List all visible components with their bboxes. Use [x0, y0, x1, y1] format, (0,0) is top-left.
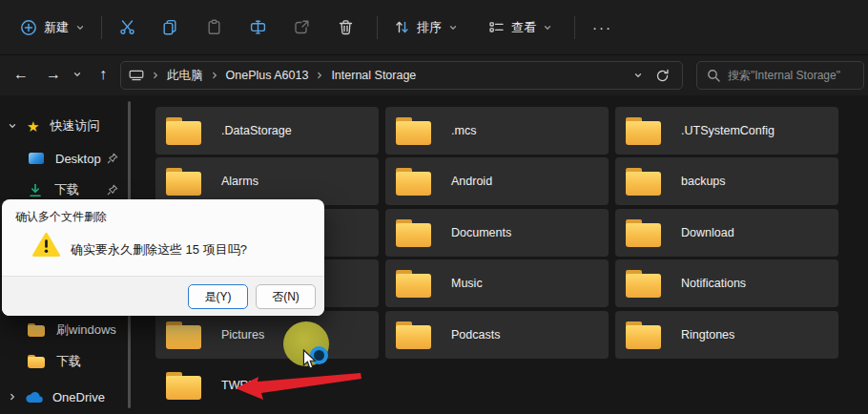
sort-button-label: 排序: [417, 19, 442, 36]
folder-icon: [396, 321, 431, 349]
folder-icon: [166, 168, 201, 196]
folder-icon: [166, 372, 201, 400]
breadcrumb-device[interactable]: OnePlus A6013: [226, 69, 309, 82]
chevron-down-icon: [448, 23, 458, 32]
sidebar-item-label: Desktop: [55, 152, 101, 166]
folder-icon: [626, 219, 661, 247]
toolbar-separator: [377, 16, 378, 39]
chevron-right-icon: [315, 71, 324, 80]
address-bar[interactable]: 此电脑 OnePlus A6013 Internal Storage: [120, 61, 683, 90]
folder-tile[interactable]: .UTSystemConfig: [615, 107, 838, 155]
dialog-footer: 是(Y) 否(N): [2, 276, 324, 316]
device-icon: [129, 69, 144, 82]
folder-tile[interactable]: backups: [615, 157, 838, 205]
pin-icon: [107, 153, 118, 164]
breadcrumb-folder[interactable]: Internal Storage: [331, 69, 416, 82]
sidebar-item-label: 快速访问: [50, 117, 99, 135]
search-input[interactable]: [728, 69, 842, 82]
copy-button[interactable]: [153, 10, 188, 45]
chevron-right-icon: [151, 71, 160, 80]
folder-icon: [626, 270, 661, 298]
sidebar-item-label: 刷windows: [56, 321, 116, 339]
dialog-title: 确认多个文件删除: [15, 209, 107, 225]
trash-icon: [338, 19, 354, 35]
folder-icon: [626, 168, 661, 196]
folder-tile[interactable]: Music: [385, 259, 609, 307]
sidebar-item-label: OneDrive: [52, 390, 105, 404]
refresh-button[interactable]: [650, 69, 674, 83]
folder-tile[interactable]: Documents: [385, 209, 609, 257]
sidebar-item-label: 下载: [54, 181, 79, 198]
star-icon: ★: [27, 119, 39, 134]
command-bar: 新建: [0, 0, 868, 55]
chevron-down-icon[interactable]: [8, 121, 17, 131]
sort-button[interactable]: 排序: [385, 10, 466, 45]
folder-icon: [28, 323, 45, 337]
folder-tile[interactable]: Android: [385, 157, 609, 205]
new-button[interactable]: 新建: [11, 10, 93, 45]
folder-tile[interactable]: .DataStorage: [155, 107, 379, 155]
red-annotation-arrow: [224, 367, 367, 405]
forward-button[interactable]: →: [40, 61, 67, 88]
search-box[interactable]: [696, 61, 864, 90]
folder-tile[interactable]: Notifications: [615, 259, 838, 307]
folder-icon: [396, 219, 431, 247]
sidebar-item-quick-access[interactable]: ★ 快速访问: [0, 113, 149, 139]
folder-tile[interactable]: Podcasts: [385, 311, 609, 359]
copy-icon: [162, 19, 178, 35]
sidebar-item-folder1[interactable]: 刷windows: [0, 317, 149, 343]
folder-icon: [166, 321, 201, 349]
delete-button[interactable]: [328, 10, 363, 45]
folder-tile[interactable]: Ringtones: [615, 311, 838, 359]
more-options-button[interactable]: ···: [583, 19, 622, 35]
search-icon: [707, 69, 720, 82]
address-dropdown-chevron[interactable]: [633, 71, 643, 80]
chevron-down-icon: [543, 23, 552, 32]
file-explorer-window: 新建: [0, 0, 868, 414]
download-icon: [28, 183, 43, 197]
toolbar-separator: [101, 16, 102, 39]
onedrive-cloud-icon: [25, 391, 44, 404]
rename-icon: [250, 19, 266, 35]
dialog-message: 确实要永久删除这些 15 项目吗?: [71, 241, 247, 259]
chevron-right-icon[interactable]: [8, 392, 17, 402]
scissors-icon: [119, 19, 135, 35]
sidebar-item-desktop[interactable]: Desktop: [0, 145, 149, 172]
sidebar-item-onedrive[interactable]: OneDrive: [0, 383, 149, 410]
paste-button[interactable]: [196, 10, 232, 45]
no-button[interactable]: 否(N): [256, 284, 316, 309]
folder-icon: [396, 168, 431, 196]
toolbar-separator: [574, 16, 575, 39]
rename-button[interactable]: [240, 10, 276, 45]
folder-tile[interactable]: .mcs: [385, 107, 609, 155]
sidebar-item-folder2[interactable]: 下载: [0, 348, 149, 375]
folder-icon: [626, 321, 661, 349]
desktop-icon: [29, 153, 44, 164]
sort-arrows-icon: [394, 19, 410, 35]
folder-tile[interactable]: Alarms: [155, 157, 379, 205]
share-button[interactable]: [284, 10, 320, 45]
breadcrumb-this-pc[interactable]: 此电脑: [167, 68, 203, 84]
folder-tile[interactable]: Pictures: [155, 311, 379, 359]
mouse-cursor: [302, 349, 317, 370]
recent-locations-chevron[interactable]: [67, 61, 88, 88]
back-button[interactable]: ←: [8, 61, 34, 88]
pin-icon: [107, 184, 118, 196]
address-bar-row: ← → ↑ 此电脑 OnePlus A6013 Internal Storage: [0, 55, 868, 95]
chevron-right-icon: [210, 71, 219, 80]
view-button-label: 查看: [511, 19, 536, 36]
folder-tile[interactable]: Download: [615, 209, 838, 257]
sidebar-item-label: 下载: [56, 353, 81, 370]
delete-confirm-dialog: 确认多个文件删除 确实要永久删除这些 15 项目吗? 是(Y) 否(N): [2, 199, 324, 316]
yes-button[interactable]: 是(Y): [188, 284, 248, 309]
folder-icon: [396, 270, 431, 298]
chevron-down-icon: [75, 23, 85, 32]
circle-plus-icon: [20, 19, 37, 36]
view-list-icon: [488, 19, 505, 35]
folder-icon: [28, 355, 45, 368]
folder-icon: [626, 117, 661, 145]
cut-button[interactable]: [110, 10, 145, 45]
new-button-label: 新建: [44, 19, 69, 36]
up-button[interactable]: ↑: [90, 61, 116, 88]
view-button[interactable]: 查看: [480, 10, 561, 45]
